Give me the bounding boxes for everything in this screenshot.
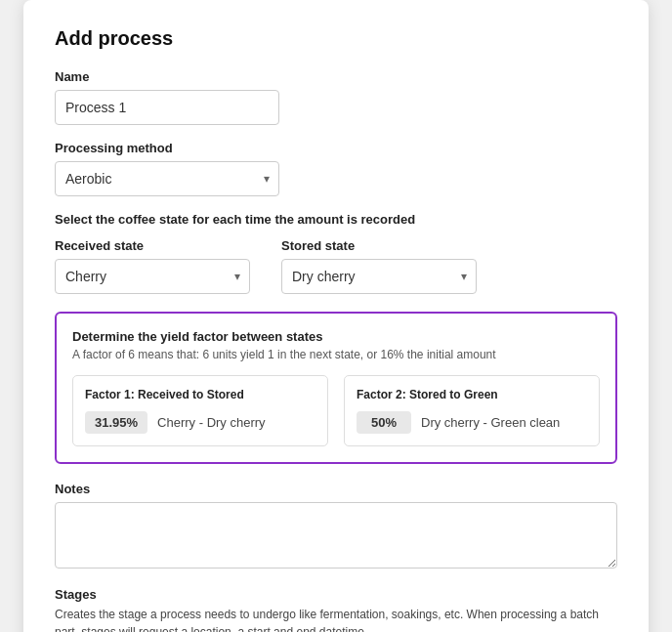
stages-title: Stages [55, 587, 617, 602]
received-state-field: Received state Cherry Dry cherry Green c… [55, 238, 250, 294]
modal-title: Add process [55, 27, 617, 50]
notes-textarea[interactable] [55, 502, 617, 569]
factor1-value-row: 31.95% Cherry - Dry cherry [85, 411, 315, 434]
processing-method-label: Processing method [55, 141, 617, 155]
stored-state-field: Stored state Dry cherry Green clean Roas… [281, 238, 477, 294]
coffee-state-desc: Select the coffee state for each time th… [55, 212, 617, 227]
yield-factor-box: Determine the yield factor between state… [55, 312, 617, 464]
factor2-badge: 50% [357, 411, 411, 434]
add-process-modal: Add process Name Processing method Aerob… [23, 0, 649, 632]
yield-title: Determine the yield factor between state… [72, 329, 600, 344]
stored-state-select-wrapper: Dry cherry Green clean Roasted ▾ [281, 259, 477, 294]
processing-method-select-wrapper: Aerobic Anaerobic Natural Washed ▾ [55, 161, 279, 196]
factor2-value-row: 50% Dry cherry - Green clean [357, 411, 587, 434]
stored-state-select[interactable]: Dry cherry Green clean Roasted [281, 259, 477, 294]
stages-section: Stages Creates the stage a process needs… [55, 587, 617, 632]
factor2-card: Factor 2: Stored to Green 50% Dry cherry… [344, 375, 600, 446]
name-input[interactable] [55, 90, 279, 125]
received-state-select[interactable]: Cherry Dry cherry Green clean Roasted [55, 259, 250, 294]
stored-state-label: Stored state [281, 238, 477, 253]
factor1-card: Factor 1: Received to Stored 31.95% Cher… [72, 375, 328, 446]
stages-desc: Creates the stage a process needs to und… [55, 606, 617, 632]
factors-row: Factor 1: Received to Stored 31.95% Cher… [72, 375, 600, 446]
states-row: Received state Cherry Dry cherry Green c… [55, 238, 617, 294]
factor2-route: Dry cherry - Green clean [421, 415, 560, 430]
received-state-select-wrapper: Cherry Dry cherry Green clean Roasted ▾ [55, 259, 250, 294]
factor1-badge: 31.95% [85, 411, 147, 434]
factor1-label: Factor 1: Received to Stored [85, 388, 315, 401]
processing-method-field-group: Processing method Aerobic Anaerobic Natu… [55, 141, 617, 196]
factor2-label: Factor 2: Stored to Green [357, 388, 587, 401]
name-label: Name [55, 69, 617, 84]
received-state-label: Received state [55, 238, 250, 253]
factor1-route: Cherry - Dry cherry [157, 415, 266, 430]
notes-field-group: Notes [55, 482, 617, 571]
name-field-group: Name [55, 69, 617, 125]
notes-label: Notes [55, 482, 617, 496]
processing-method-select[interactable]: Aerobic Anaerobic Natural Washed [55, 161, 279, 196]
yield-desc: A factor of 6 means that: 6 units yield … [72, 348, 600, 361]
coffee-state-section: Select the coffee state for each time th… [55, 212, 617, 294]
